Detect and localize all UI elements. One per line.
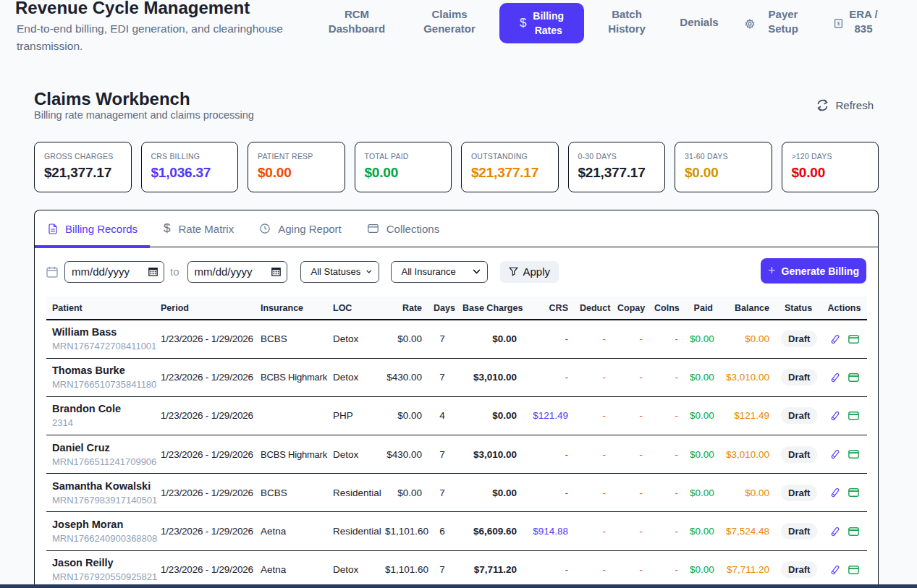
svg-text:$: $ [837, 20, 840, 27]
